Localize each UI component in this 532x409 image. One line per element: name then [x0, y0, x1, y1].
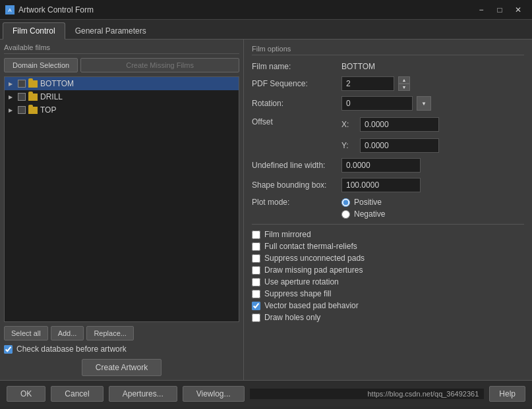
- chevron-right-icon: ▶: [9, 81, 15, 87]
- app-icon: A: [5, 5, 15, 14]
- film-sq-icon: [18, 80, 26, 88]
- offset-label: Offset: [252, 117, 338, 126]
- shape-bounding-box-label: Shape bounding box:: [252, 180, 338, 190]
- film-name-label: Film name:: [252, 62, 338, 71]
- maximize-button[interactable]: □: [491, 3, 508, 16]
- check-database-checkbox[interactable]: [4, 345, 13, 354]
- status-bar: https://blog.csdn.net/qq_36492361: [250, 389, 485, 399]
- help-button[interactable]: Help: [489, 386, 525, 402]
- chevron-right-icon: ▶: [9, 107, 15, 113]
- rotation-label: Rotation:: [252, 99, 338, 108]
- create-missing-films-button[interactable]: Create Missing Films: [80, 58, 239, 72]
- film-mirrored-label: Film mirrored: [264, 230, 311, 239]
- film-sq-icon: [18, 93, 26, 101]
- tabs-bar: Film Control General Parameters: [0, 20, 532, 40]
- film-label-drill: DRILL: [40, 92, 63, 101]
- offset-y-input[interactable]: [360, 138, 439, 153]
- close-button[interactable]: ✕: [510, 3, 527, 16]
- pdf-spin-up-button[interactable]: ▲: [398, 76, 410, 84]
- ok-button[interactable]: OK: [7, 386, 45, 402]
- tab-general-parameters[interactable]: General Parameters: [65, 22, 156, 39]
- draw-missing-checkbox[interactable]: [252, 266, 260, 275]
- film-sq-icon: [18, 106, 26, 114]
- film-item-bottom[interactable]: ▶ BOTTOM: [5, 77, 239, 90]
- left-panel: Available films Domain Selection Create …: [0, 40, 244, 380]
- film-label-bottom: BOTTOM: [40, 79, 74, 88]
- negative-radio[interactable]: [341, 210, 350, 219]
- create-artwork-button[interactable]: Create Artwork: [82, 359, 162, 376]
- chevron-right-icon: ▶: [9, 94, 15, 100]
- draw-holes-label: Draw holes only: [264, 313, 320, 322]
- undefined-line-width-input[interactable]: [341, 158, 421, 173]
- suppress-unconnected-label: Suppress unconnected pads: [264, 254, 365, 263]
- draw-missing-label: Draw missing pad apertures: [264, 265, 363, 275]
- viewlog-button[interactable]: Viewlog...: [183, 386, 245, 402]
- positive-radio[interactable]: [341, 198, 350, 207]
- film-list: ▶ BOTTOM ▶ DRILL ▶ TOP: [4, 76, 239, 322]
- vector-based-checkbox[interactable]: [252, 302, 260, 310]
- add-button[interactable]: Add...: [51, 326, 84, 341]
- negative-label: Negative: [354, 209, 385, 219]
- offset-y-label: Y:: [341, 141, 355, 150]
- suppress-shape-label: Suppress shape fill: [264, 289, 331, 298]
- film-item-top[interactable]: ▶ TOP: [5, 103, 239, 117]
- rotation-input[interactable]: [341, 96, 413, 111]
- footer: OK Cancel Apertures... Viewlog... https:…: [0, 380, 532, 406]
- positive-label: Positive: [354, 198, 382, 207]
- film-label-top: TOP: [40, 105, 56, 115]
- film-name-value: BOTTOM: [341, 62, 375, 71]
- tab-film-control[interactable]: Film Control: [3, 22, 65, 40]
- shape-bounding-box-input[interactable]: [341, 178, 421, 192]
- suppress-unconnected-checkbox[interactable]: [252, 254, 260, 263]
- use-aperture-label: Use aperture rotation: [264, 277, 339, 286]
- film-item-drill[interactable]: ▶ DRILL: [5, 90, 239, 103]
- full-contact-label: Full contact thermal-reliefs: [264, 242, 357, 251]
- vector-based-label: Vector based pad behavior: [264, 301, 359, 310]
- rotation-dropdown-button[interactable]: ▼: [417, 96, 431, 111]
- film-folder-icon: [28, 94, 38, 101]
- full-contact-checkbox[interactable]: [252, 242, 260, 251]
- pdf-spin-down-button[interactable]: ▼: [398, 84, 410, 91]
- right-panel: Film options Film name: BOTTOM PDF Seque…: [244, 40, 532, 380]
- undefined-line-width-label: Undefined line width:: [252, 161, 338, 170]
- pdf-sequence-input[interactable]: [341, 76, 394, 91]
- suppress-shape-checkbox[interactable]: [252, 290, 260, 298]
- title-bar: A Artwork Control Form − □ ✕: [0, 0, 532, 20]
- offset-x-input[interactable]: [360, 117, 439, 132]
- check-database-label: Check database before artwork: [16, 344, 127, 354]
- domain-selection-button[interactable]: Domain Selection: [4, 58, 78, 72]
- replace-button[interactable]: Replace...: [86, 326, 134, 341]
- cancel-button[interactable]: Cancel: [51, 386, 103, 402]
- film-folder-icon: [28, 80, 38, 88]
- use-aperture-checkbox[interactable]: [252, 278, 260, 286]
- window-title: Artwork Control Form: [18, 5, 94, 14]
- select-all-button[interactable]: Select all: [4, 326, 48, 341]
- available-films-label: Available films: [4, 43, 239, 54]
- film-options-label: Film options: [252, 45, 524, 55]
- pdf-sequence-label: PDF Sequence:: [252, 79, 338, 88]
- apertures-button[interactable]: Apertures...: [109, 386, 177, 402]
- film-mirrored-checkbox[interactable]: [252, 231, 260, 239]
- film-folder-icon: [28, 107, 38, 114]
- draw-holes-checkbox[interactable]: [252, 314, 260, 322]
- svg-text:A: A: [8, 7, 12, 13]
- plot-mode-label: Plot mode:: [252, 198, 338, 207]
- minimize-button[interactable]: −: [473, 3, 490, 16]
- offset-x-label: X:: [341, 120, 355, 129]
